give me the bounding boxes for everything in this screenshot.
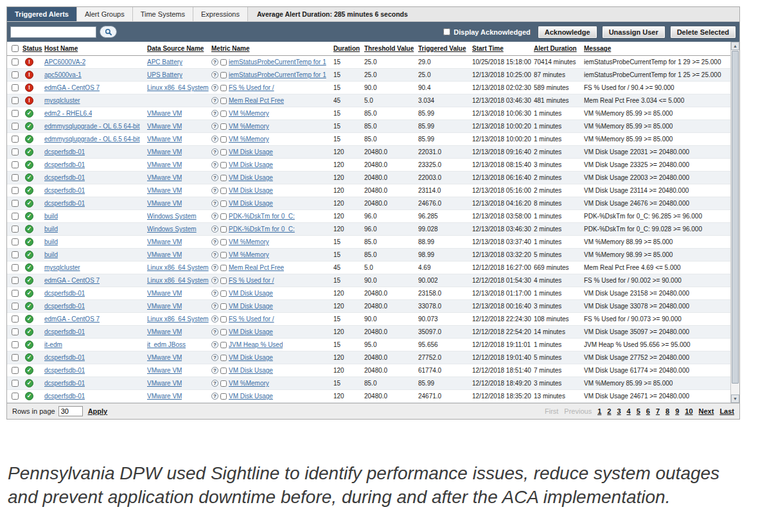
help-icon[interactable]: ? [211, 97, 218, 104]
host-link[interactable]: edmGA - CentOS 7 [44, 277, 100, 284]
host-link[interactable]: dcsperfsdb-01 [44, 290, 85, 297]
data-source-link[interactable]: VMware VM [147, 367, 182, 374]
table-row[interactable]: ! mysqlcluster ? Mem Real Pct Free 45 5.… [7, 94, 730, 107]
data-source-link[interactable]: Linux x86_64 System [147, 264, 209, 271]
data-source-link[interactable]: UPS Battery [147, 71, 182, 78]
page-link-1[interactable]: 1 [597, 407, 601, 415]
row-checkbox[interactable] [12, 71, 19, 78]
help-icon[interactable]: ? [211, 110, 218, 117]
search-button[interactable] [100, 26, 117, 38]
help-icon[interactable]: ? [211, 136, 218, 143]
data-source-link[interactable]: VMware VM [147, 393, 182, 400]
metric-checkbox[interactable] [220, 368, 227, 374]
table-row[interactable]: ! edmGA - CentOS 7 Linux x86_64 System ?… [7, 82, 730, 94]
help-icon[interactable]: ? [211, 148, 218, 155]
metric-link[interactable]: FS % Used for / [229, 277, 274, 284]
data-source-link[interactable]: VMware VM [147, 238, 182, 245]
table-row[interactable]: ✓ it-edm it_edm JBoss ? JVM Heap % Used … [7, 339, 730, 351]
data-source-link[interactable]: VMware VM [147, 174, 182, 181]
tab-triggered-alerts[interactable]: Triggered Alerts [7, 7, 77, 21]
tab-expressions[interactable]: Expressions [193, 7, 248, 21]
data-source-link[interactable]: Windows System [147, 226, 197, 233]
metric-link[interactable]: JVM Heap % Used [229, 341, 283, 348]
metric-checkbox[interactable] [220, 239, 227, 245]
table-row[interactable]: ✓ dcsperfsdb-01 VMware VM ? VM Disk Usag… [7, 287, 730, 300]
row-checkbox[interactable] [12, 393, 19, 400]
row-checkbox[interactable] [12, 213, 19, 220]
table-row[interactable]: ✓ dcsperfsdb-01 VMware VM ? VM Disk Usag… [7, 172, 730, 184]
metric-checkbox[interactable] [220, 265, 227, 271]
table-row[interactable]: ! apc5000va-1 UPS Battery ? iemStatusPro… [7, 69, 730, 82]
metric-link[interactable]: Mem Real Pct Free [229, 97, 284, 104]
tab-alert-groups[interactable]: Alert Groups [77, 7, 133, 21]
row-checkbox[interactable] [12, 380, 19, 387]
metric-checkbox[interactable] [220, 188, 227, 194]
help-icon[interactable]: ? [211, 290, 218, 297]
metric-link[interactable]: PDK-%DskTm for 0_C: [229, 213, 295, 220]
host-link[interactable]: dcsperfsdb-01 [44, 174, 85, 181]
data-source-link[interactable]: VMware VM [147, 148, 182, 155]
table-row[interactable]: ✓ dcsperfsdb-01 VMware VM ? VM Disk Usag… [7, 326, 730, 339]
metric-checkbox[interactable] [220, 111, 227, 117]
help-icon[interactable]: ? [211, 161, 218, 168]
help-icon[interactable]: ? [211, 354, 218, 361]
metric-checkbox[interactable] [220, 123, 227, 130]
col-alert-duration[interactable]: Alert Duration [534, 45, 584, 52]
help-icon[interactable]: ? [211, 187, 218, 194]
col-duration[interactable]: Duration [333, 45, 364, 52]
row-checkbox[interactable] [12, 251, 19, 258]
help-icon[interactable]: ? [211, 174, 218, 181]
metric-link[interactable]: iemStatusProbeCurrentTemp for 1 [229, 71, 326, 78]
metric-link[interactable]: Mem Real Pct Free [229, 264, 284, 271]
table-row[interactable]: ✓ dcsperfsdb-01 VMware VM ? VM Disk Usag… [7, 300, 730, 313]
help-icon[interactable]: ? [211, 226, 218, 233]
metric-checkbox[interactable] [220, 72, 227, 78]
help-icon[interactable]: ? [211, 303, 218, 310]
metric-link[interactable]: VM %Memory [229, 110, 269, 117]
table-row[interactable]: ✓ edmmysqlupgrade - OL 6.5 64-bit VMware… [7, 120, 730, 133]
metric-link[interactable]: VM Disk Usage [229, 354, 273, 361]
metric-checkbox[interactable] [220, 380, 227, 387]
page-link-8[interactable]: 8 [665, 407, 669, 415]
table-row[interactable]: ✓ edm2 - RHEL6.4 VMware VM ? VM %Memory … [7, 107, 730, 120]
metric-checkbox[interactable] [220, 213, 227, 220]
host-link[interactable]: dcsperfsdb-01 [44, 367, 85, 374]
row-checkbox[interactable] [12, 148, 19, 155]
row-checkbox[interactable] [12, 84, 19, 91]
metric-checkbox[interactable] [220, 316, 227, 323]
delete-selected-button[interactable]: Delete Selected [670, 26, 736, 39]
row-checkbox[interactable] [12, 277, 19, 284]
help-icon[interactable]: ? [211, 238, 218, 245]
metric-link[interactable]: VM Disk Usage [229, 200, 273, 207]
data-source-link[interactable]: Linux x86_64 System [147, 315, 209, 323]
row-checkbox[interactable] [12, 200, 19, 207]
help-icon[interactable]: ? [211, 393, 218, 400]
metric-link[interactable]: VM Disk Usage [229, 290, 273, 297]
help-icon[interactable]: ? [211, 123, 218, 130]
col-start-time[interactable]: Start Time [472, 45, 534, 52]
metric-link[interactable]: VM Disk Usage [229, 393, 273, 400]
metric-checkbox[interactable] [220, 303, 227, 310]
table-row[interactable]: ✓ edmmysqlupgrade - OL 6.5 64-bit VMware… [7, 133, 730, 146]
host-link[interactable]: mysqlcluster [44, 264, 80, 271]
search-input[interactable] [10, 26, 96, 38]
metric-checkbox[interactable] [220, 278, 227, 284]
table-row[interactable]: ✓ dcsperfsdb-01 VMware VM ? VM Disk Usag… [7, 364, 730, 377]
host-link[interactable]: dcsperfsdb-01 [44, 328, 85, 335]
metric-checkbox[interactable] [220, 98, 227, 104]
host-link[interactable]: apc5000va-1 [44, 71, 82, 78]
help-icon[interactable]: ? [211, 213, 218, 220]
row-checkbox[interactable] [12, 123, 19, 130]
row-checkbox[interactable] [12, 328, 19, 335]
host-link[interactable]: edmGA - CentOS 7 [44, 84, 100, 91]
col-data-source-name[interactable]: Data Source Name [147, 45, 211, 52]
help-icon[interactable]: ? [211, 264, 218, 271]
apply-link[interactable]: Apply [88, 407, 108, 415]
table-row[interactable]: ✓ build VMware VM ? VM %Memory 15 85.0 9… [7, 249, 730, 262]
metric-link[interactable]: VM %Memory [229, 238, 269, 245]
page-link-10[interactable]: 10 [685, 407, 692, 415]
metric-checkbox[interactable] [220, 342, 227, 348]
pagination-last[interactable]: Last [719, 407, 734, 415]
host-link[interactable]: build [44, 213, 58, 220]
row-checkbox[interactable] [12, 161, 19, 168]
